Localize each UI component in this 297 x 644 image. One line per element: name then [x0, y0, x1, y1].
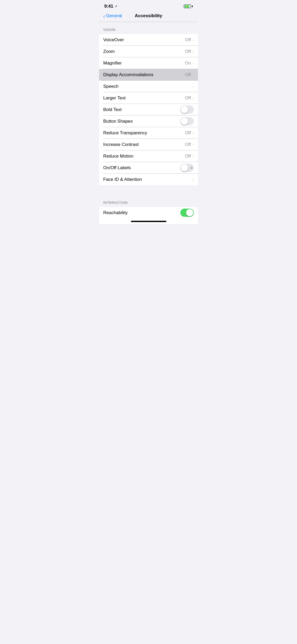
reduce-motion-label: Reduce Motion: [103, 154, 185, 159]
reduce-transparency-right: Off ›: [185, 130, 194, 136]
reduce-motion-right: Off ›: [185, 154, 194, 159]
zoom-row[interactable]: Zoom Off ›: [99, 46, 198, 57]
vision-header-text: VISION: [103, 28, 115, 32]
display-accommodations-right: Off ›: [185, 72, 194, 77]
reduce-transparency-row[interactable]: Reduce Transparency Off ›: [99, 127, 198, 139]
zoom-label: Zoom: [103, 49, 185, 54]
button-shapes-label: Button Shapes: [103, 119, 180, 124]
status-bar: 9:41 ↗: [99, 0, 198, 11]
back-chevron-icon: ‹: [103, 13, 105, 19]
voiceover-value: Off: [185, 37, 191, 43]
interaction-settings-list: Reachability: [99, 207, 198, 219]
increase-contrast-right: Off ›: [185, 142, 194, 147]
zoom-chevron-icon: ›: [192, 49, 194, 54]
speech-chevron-icon: ›: [192, 84, 194, 89]
onoff-labels-o-text: O: [190, 166, 192, 169]
home-indicator: [99, 219, 198, 224]
voiceover-row[interactable]: VoiceOver Off ›: [99, 34, 198, 46]
magnifier-row[interactable]: Magnifier On ›: [99, 57, 198, 69]
zoom-right: Off ›: [185, 49, 194, 54]
larger-text-row[interactable]: Larger Text Off ›: [99, 92, 198, 104]
back-button[interactable]: ‹ General: [103, 13, 122, 19]
home-bar: [131, 221, 166, 222]
speech-row[interactable]: Speech ›: [99, 81, 198, 92]
larger-text-value: Off: [185, 95, 191, 101]
display-accommodations-chevron-icon: ›: [192, 72, 194, 77]
larger-text-right: Off ›: [185, 95, 194, 101]
button-shapes-right: [180, 117, 194, 125]
face-id-chevron-icon: ›: [192, 177, 194, 182]
magnifier-chevron-icon: ›: [192, 61, 194, 65]
zoom-value: Off: [185, 49, 191, 54]
display-accommodations-row[interactable]: Display Accommodations Off ›: [99, 69, 198, 81]
bold-text-label: Bold Text: [103, 107, 180, 112]
onoff-labels-label: On/Off Labels: [103, 165, 180, 171]
onoff-labels-toggle[interactable]: O: [180, 164, 194, 172]
battery-icon: [184, 4, 193, 8]
reduce-motion-value: Off: [185, 154, 191, 159]
magnifier-value: On: [185, 61, 191, 66]
reachability-label: Reachability: [103, 210, 180, 215]
voiceover-right: Off ›: [185, 37, 194, 43]
vision-settings-list: VoiceOver Off › Zoom Off › Magnifier On …: [99, 34, 198, 185]
interaction-header-text: INTERACTION: [103, 201, 128, 205]
reduce-transparency-chevron-icon: ›: [192, 131, 194, 135]
onoff-labels-right: O: [180, 164, 194, 172]
reachability-row[interactable]: Reachability: [99, 207, 198, 219]
speech-right: ›: [192, 84, 194, 89]
increase-contrast-chevron-icon: ›: [192, 142, 194, 147]
reduce-transparency-label: Reduce Transparency: [103, 130, 185, 136]
button-shapes-toggle[interactable]: [180, 117, 194, 125]
voiceover-label: VoiceOver: [103, 37, 185, 43]
vision-section-header: VISION: [99, 22, 198, 34]
button-shapes-toggle-thumb: [181, 118, 188, 125]
bold-text-toggle-thumb: [181, 106, 188, 113]
reduce-transparency-value: Off: [185, 130, 191, 136]
magnifier-label: Magnifier: [103, 61, 185, 66]
reduce-motion-chevron-icon: ›: [192, 154, 194, 158]
magnifier-right: On ›: [185, 61, 194, 66]
face-id-row[interactable]: Face ID & Attention ›: [99, 174, 198, 185]
bold-text-right: [180, 105, 194, 114]
section-spacer: [99, 185, 198, 195]
face-id-label: Face ID & Attention: [103, 177, 192, 182]
increase-contrast-label: Increase Contrast: [103, 142, 185, 147]
location-icon: ↗: [115, 4, 117, 8]
face-id-right: ›: [192, 177, 194, 182]
voiceover-chevron-icon: ›: [192, 38, 194, 42]
onoff-labels-toggle-thumb: [181, 164, 188, 171]
onoff-labels-row[interactable]: On/Off Labels O: [99, 162, 198, 174]
reduce-motion-row[interactable]: Reduce Motion Off ›: [99, 150, 198, 162]
nav-bar: ‹ General Accessibility: [99, 11, 198, 22]
reachability-toggle[interactable]: [180, 209, 194, 217]
increase-contrast-row[interactable]: Increase Contrast Off ›: [99, 139, 198, 150]
page-title: Accessibility: [135, 13, 162, 19]
larger-text-chevron-icon: ›: [192, 96, 194, 100]
speech-label: Speech: [103, 84, 192, 89]
display-accommodations-label: Display Accommodations: [103, 72, 185, 77]
button-shapes-row[interactable]: Button Shapes: [99, 116, 198, 127]
display-accommodations-value: Off: [185, 72, 191, 77]
reachability-right: [180, 209, 194, 217]
status-time: 9:41: [104, 4, 113, 9]
back-label: General: [106, 13, 122, 19]
bold-text-toggle[interactable]: [180, 105, 194, 114]
increase-contrast-value: Off: [185, 142, 191, 147]
interaction-section-header: INTERACTION: [99, 195, 198, 207]
bold-text-row[interactable]: Bold Text: [99, 104, 198, 116]
status-icons: [184, 4, 193, 8]
larger-text-label: Larger Text: [103, 95, 185, 101]
reachability-toggle-thumb: [186, 209, 193, 216]
